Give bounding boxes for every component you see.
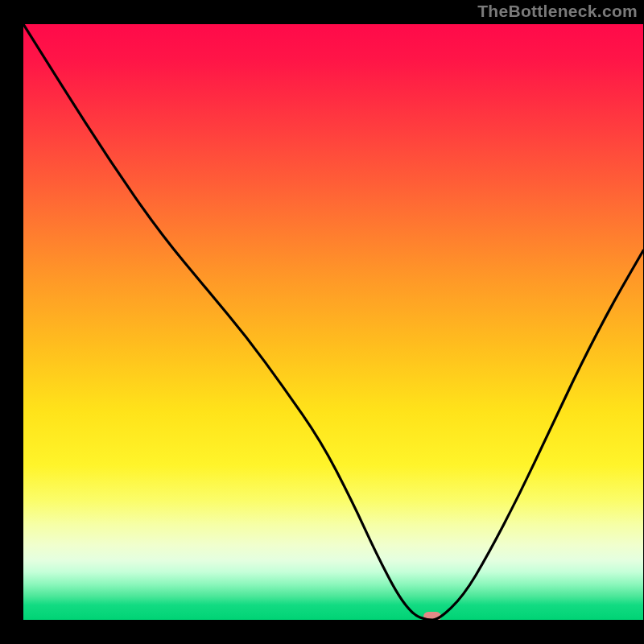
plot-area bbox=[23, 24, 643, 620]
watermark-text: TheBottleneck.com bbox=[477, 2, 638, 21]
bottleneck-curve bbox=[23, 24, 643, 620]
chart-frame: TheBottleneck.com bbox=[0, 0, 644, 644]
